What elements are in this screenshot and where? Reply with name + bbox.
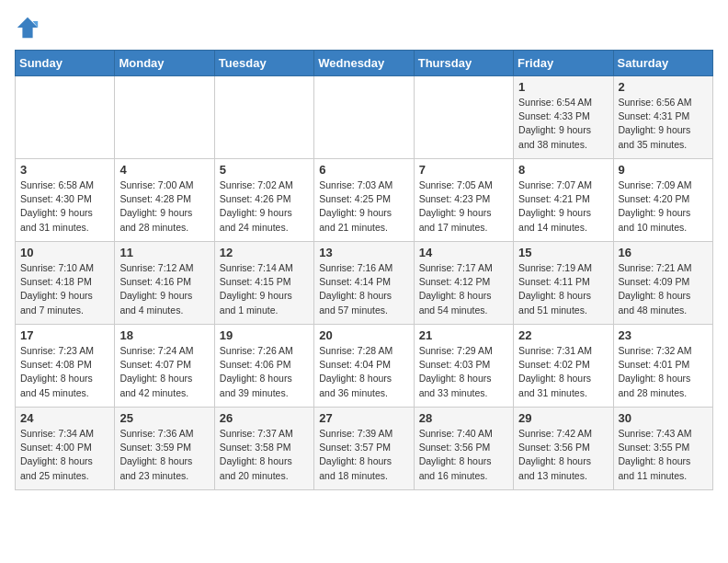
day-info: Sunrise: 7:43 AM Sunset: 3:55 PM Dayligh… bbox=[619, 427, 708, 483]
svg-marker-0 bbox=[17, 17, 38, 38]
day-info: Sunrise: 7:40 AM Sunset: 3:56 PM Dayligh… bbox=[419, 427, 508, 483]
calendar-cell: 29Sunrise: 7:42 AM Sunset: 3:56 PM Dayli… bbox=[514, 408, 613, 490]
calendar-cell: 19Sunrise: 7:26 AM Sunset: 4:06 PM Dayli… bbox=[214, 325, 313, 408]
calendar-header-row: Sunday Monday Tuesday Wednesday Thursday… bbox=[16, 51, 713, 76]
calendar-week-row: 17Sunrise: 7:23 AM Sunset: 4:08 PM Dayli… bbox=[16, 325, 713, 408]
calendar-cell: 14Sunrise: 7:17 AM Sunset: 4:12 PM Dayli… bbox=[414, 242, 513, 325]
col-sunday: Sunday bbox=[16, 51, 115, 76]
day-number: 30 bbox=[619, 411, 708, 425]
day-number: 13 bbox=[319, 246, 408, 259]
day-info: Sunrise: 7:28 AM Sunset: 4:04 PM Dayligh… bbox=[319, 344, 408, 400]
day-info: Sunrise: 7:14 AM Sunset: 4:15 PM Dayligh… bbox=[220, 261, 309, 317]
calendar-cell bbox=[214, 76, 313, 159]
calendar-cell: 5Sunrise: 7:02 AM Sunset: 4:26 PM Daylig… bbox=[214, 159, 313, 242]
day-info: Sunrise: 7:36 AM Sunset: 3:59 PM Dayligh… bbox=[119, 427, 209, 483]
day-info: Sunrise: 7:03 AM Sunset: 4:25 PM Dayligh… bbox=[319, 178, 408, 235]
day-info: Sunrise: 7:10 AM Sunset: 4:18 PM Dayligh… bbox=[20, 261, 109, 317]
logo-icon bbox=[15, 15, 40, 40]
calendar-cell: 26Sunrise: 7:37 AM Sunset: 3:58 PM Dayli… bbox=[214, 408, 313, 490]
day-number: 21 bbox=[419, 328, 508, 342]
day-info: Sunrise: 7:12 AM Sunset: 4:16 PM Dayligh… bbox=[119, 261, 209, 317]
day-number: 5 bbox=[220, 163, 309, 177]
day-number: 10 bbox=[20, 246, 109, 259]
calendar-cell bbox=[414, 76, 513, 159]
day-info: Sunrise: 7:05 AM Sunset: 4:23 PM Dayligh… bbox=[419, 178, 508, 235]
col-wednesday: Wednesday bbox=[314, 51, 414, 76]
day-info: Sunrise: 7:07 AM Sunset: 4:21 PM Dayligh… bbox=[518, 178, 608, 235]
day-number: 15 bbox=[518, 246, 608, 259]
calendar-cell: 21Sunrise: 7:29 AM Sunset: 4:03 PM Dayli… bbox=[414, 325, 513, 408]
day-info: Sunrise: 7:26 AM Sunset: 4:06 PM Dayligh… bbox=[220, 344, 309, 400]
calendar-cell bbox=[16, 76, 115, 159]
day-number: 18 bbox=[119, 328, 209, 342]
col-monday: Monday bbox=[115, 51, 214, 76]
calendar-cell: 10Sunrise: 7:10 AM Sunset: 4:18 PM Dayli… bbox=[16, 242, 115, 325]
calendar-cell: 12Sunrise: 7:14 AM Sunset: 4:15 PM Dayli… bbox=[214, 242, 313, 325]
calendar-cell: 7Sunrise: 7:05 AM Sunset: 4:23 PM Daylig… bbox=[414, 159, 513, 242]
day-number: 24 bbox=[20, 411, 109, 425]
day-number: 23 bbox=[619, 328, 708, 342]
col-tuesday: Tuesday bbox=[214, 51, 313, 76]
calendar-table: Sunday Monday Tuesday Wednesday Thursday… bbox=[15, 50, 713, 490]
day-number: 9 bbox=[619, 163, 708, 177]
day-number: 2 bbox=[619, 80, 708, 94]
calendar-cell: 1Sunrise: 6:54 AM Sunset: 4:33 PM Daylig… bbox=[514, 76, 613, 159]
calendar-cell: 20Sunrise: 7:28 AM Sunset: 4:04 PM Dayli… bbox=[314, 325, 414, 408]
calendar-week-row: 10Sunrise: 7:10 AM Sunset: 4:18 PM Dayli… bbox=[16, 242, 713, 325]
day-info: Sunrise: 6:58 AM Sunset: 4:30 PM Dayligh… bbox=[20, 178, 109, 235]
calendar-cell: 23Sunrise: 7:32 AM Sunset: 4:01 PM Dayli… bbox=[613, 325, 712, 408]
day-number: 29 bbox=[518, 411, 608, 425]
day-number: 28 bbox=[419, 411, 508, 425]
calendar-cell: 17Sunrise: 7:23 AM Sunset: 4:08 PM Dayli… bbox=[16, 325, 115, 408]
calendar-week-row: 1Sunrise: 6:54 AM Sunset: 4:33 PM Daylig… bbox=[16, 76, 713, 159]
day-number: 14 bbox=[419, 246, 508, 259]
day-number: 12 bbox=[220, 246, 309, 259]
day-number: 27 bbox=[319, 411, 408, 425]
day-number: 22 bbox=[518, 328, 608, 342]
day-info: Sunrise: 7:34 AM Sunset: 4:00 PM Dayligh… bbox=[20, 427, 109, 483]
day-info: Sunrise: 7:16 AM Sunset: 4:14 PM Dayligh… bbox=[319, 261, 408, 317]
calendar-cell: 16Sunrise: 7:21 AM Sunset: 4:09 PM Dayli… bbox=[613, 242, 712, 325]
day-number: 8 bbox=[518, 163, 608, 177]
day-info: Sunrise: 7:19 AM Sunset: 4:11 PM Dayligh… bbox=[518, 261, 608, 317]
day-info: Sunrise: 7:17 AM Sunset: 4:12 PM Dayligh… bbox=[419, 261, 508, 317]
day-info: Sunrise: 6:56 AM Sunset: 4:31 PM Dayligh… bbox=[619, 96, 708, 152]
day-info: Sunrise: 7:29 AM Sunset: 4:03 PM Dayligh… bbox=[419, 344, 508, 400]
calendar-cell: 25Sunrise: 7:36 AM Sunset: 3:59 PM Dayli… bbox=[115, 408, 214, 490]
day-number: 6 bbox=[319, 163, 408, 177]
day-info: Sunrise: 7:00 AM Sunset: 4:28 PM Dayligh… bbox=[119, 178, 209, 235]
day-number: 26 bbox=[220, 411, 309, 425]
calendar-cell: 18Sunrise: 7:24 AM Sunset: 4:07 PM Dayli… bbox=[115, 325, 214, 408]
calendar-cell: 2Sunrise: 6:56 AM Sunset: 4:31 PM Daylig… bbox=[613, 76, 712, 159]
day-number: 7 bbox=[419, 163, 508, 177]
day-info: Sunrise: 7:37 AM Sunset: 3:58 PM Dayligh… bbox=[220, 427, 309, 483]
day-number: 19 bbox=[220, 328, 309, 342]
day-info: Sunrise: 7:31 AM Sunset: 4:02 PM Dayligh… bbox=[518, 344, 608, 400]
page-header bbox=[15, 15, 713, 40]
calendar-cell: 8Sunrise: 7:07 AM Sunset: 4:21 PM Daylig… bbox=[514, 159, 613, 242]
day-info: Sunrise: 7:23 AM Sunset: 4:08 PM Dayligh… bbox=[20, 344, 109, 400]
calendar-cell bbox=[314, 76, 414, 159]
calendar-cell: 28Sunrise: 7:40 AM Sunset: 3:56 PM Dayli… bbox=[414, 408, 513, 490]
day-number: 1 bbox=[518, 80, 608, 94]
calendar-cell: 15Sunrise: 7:19 AM Sunset: 4:11 PM Dayli… bbox=[514, 242, 613, 325]
calendar-cell: 27Sunrise: 7:39 AM Sunset: 3:57 PM Dayli… bbox=[314, 408, 414, 490]
day-number: 4 bbox=[119, 163, 209, 177]
day-number: 20 bbox=[319, 328, 408, 342]
day-info: Sunrise: 7:21 AM Sunset: 4:09 PM Dayligh… bbox=[619, 261, 708, 317]
day-number: 16 bbox=[619, 246, 708, 259]
day-info: Sunrise: 7:42 AM Sunset: 3:56 PM Dayligh… bbox=[518, 427, 608, 483]
calendar-cell: 11Sunrise: 7:12 AM Sunset: 4:16 PM Dayli… bbox=[115, 242, 214, 325]
calendar-cell bbox=[115, 76, 214, 159]
logo bbox=[15, 15, 44, 40]
calendar-cell: 9Sunrise: 7:09 AM Sunset: 4:20 PM Daylig… bbox=[613, 159, 712, 242]
day-number: 3 bbox=[20, 163, 109, 177]
day-number: 17 bbox=[20, 328, 109, 342]
calendar-cell: 13Sunrise: 7:16 AM Sunset: 4:14 PM Dayli… bbox=[314, 242, 414, 325]
calendar-cell: 4Sunrise: 7:00 AM Sunset: 4:28 PM Daylig… bbox=[115, 159, 214, 242]
day-number: 11 bbox=[119, 246, 209, 259]
day-info: Sunrise: 7:02 AM Sunset: 4:26 PM Dayligh… bbox=[220, 178, 309, 235]
calendar-cell: 3Sunrise: 6:58 AM Sunset: 4:30 PM Daylig… bbox=[16, 159, 115, 242]
day-info: Sunrise: 7:32 AM Sunset: 4:01 PM Dayligh… bbox=[619, 344, 708, 400]
calendar-cell: 30Sunrise: 7:43 AM Sunset: 3:55 PM Dayli… bbox=[613, 408, 712, 490]
